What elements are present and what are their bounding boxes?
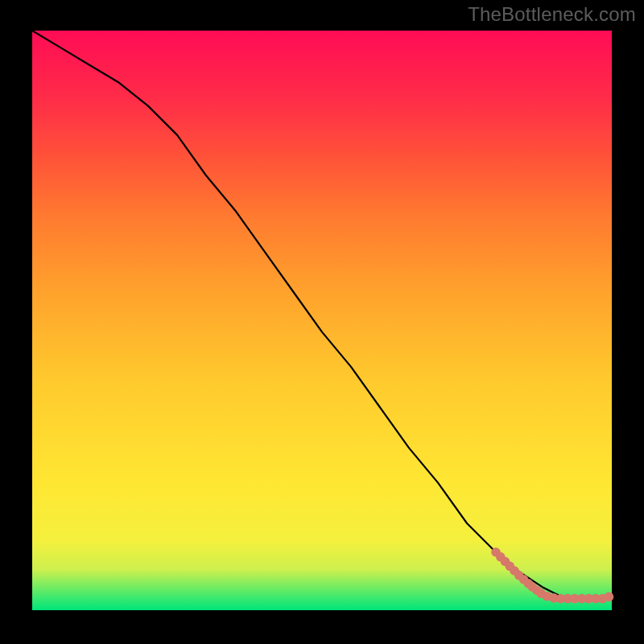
- chart-frame: TheBottleneck.com: [0, 0, 644, 644]
- data-points: [491, 547, 613, 603]
- bottleneck-curve: [32, 31, 612, 599]
- data-point: [605, 592, 614, 602]
- plot-area: [32, 31, 612, 610]
- plot-svg: [32, 31, 612, 610]
- attribution-text: TheBottleneck.com: [468, 3, 636, 26]
